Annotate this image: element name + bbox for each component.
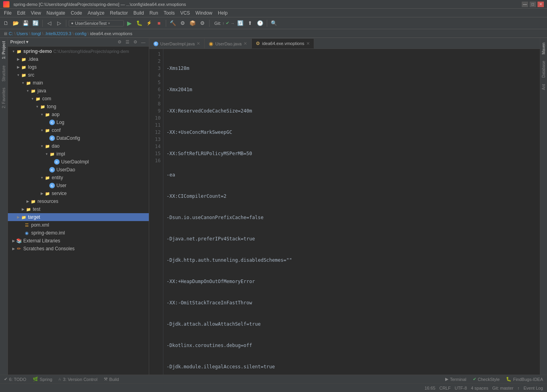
menu-code[interactable]: Code — [68, 9, 84, 17]
tree-item-pom[interactable]: ☰ pom.xml — [8, 221, 149, 229]
toolbar-ant[interactable]: 🔨 — [169, 19, 177, 28]
menu-run[interactable]: Run — [147, 9, 161, 17]
run-config-selector[interactable]: ● UserServiceTest ▾ — [69, 20, 124, 26]
tree-item-java[interactable]: ▾ 📁 java — [8, 87, 149, 95]
code-line-4: -XX:+UseConcMarkSweepGC — [167, 129, 537, 136]
tree-item-conf[interactable]: ▾ 📁 conf — [8, 126, 149, 134]
menu-edit[interactable]: Edit — [15, 9, 28, 17]
breadcrumb-user[interactable]: tongl — [32, 31, 41, 36]
breadcrumb-config[interactable]: config — [75, 31, 86, 36]
tree-item-test[interactable]: ▶ 📁 test — [8, 205, 149, 213]
status-line-ending[interactable]: CRLF — [439, 386, 451, 390]
toolbar-new-file[interactable]: 🗋 — [2, 19, 10, 28]
ant-panel-btn[interactable]: Ant — [541, 81, 547, 93]
toolbar-sdk[interactable]: 📦 — [188, 19, 197, 28]
tab-close-UserDaoImpl[interactable]: ✕ — [197, 41, 200, 46]
tab-UserDao[interactable]: ◉ UserDao.java ✕ — [204, 38, 251, 49]
database-panel-btn[interactable]: Database — [541, 58, 547, 81]
sidebar-icon-settings[interactable]: ⚙ — [132, 39, 139, 45]
menu-help[interactable]: Help — [215, 9, 230, 17]
tree-item-idea[interactable]: ▶ 📁 .idea — [8, 55, 149, 63]
toolbar-save-all[interactable]: 💾 — [21, 19, 30, 28]
tab-close-UserDao[interactable]: ✕ — [244, 41, 247, 46]
favorites-tab[interactable]: 2: Favorites — [0, 84, 7, 111]
findbugs-tab[interactable]: 🐛 FindBugs-IDEA — [504, 377, 545, 382]
close-button[interactable]: ✕ — [538, 2, 544, 7]
tab-close-idea64[interactable]: ✕ — [306, 41, 310, 46]
build-tab[interactable]: ⚒ Build — [102, 377, 120, 382]
status-position[interactable]: 16:65 — [425, 386, 436, 390]
editor-code[interactable]: -Xms128m -Xmx2041m -XX:ReservedCodeCache… — [163, 49, 540, 375]
tree-item-main[interactable]: ▾ 📁 main — [8, 79, 149, 87]
tree-item-service[interactable]: ▶ 📁 service — [8, 189, 149, 197]
tree-label-logs: logs — [28, 64, 37, 70]
tree-item-src[interactable]: ▾ 📁 src — [8, 71, 149, 79]
status-encoding[interactable]: UTF-8 — [455, 386, 467, 390]
tree-item-iml[interactable]: ◉ spring-demo.iml — [8, 229, 149, 237]
tree-item-dao[interactable]: ▾ 📁 dao — [8, 142, 149, 150]
tree-item-target[interactable]: ▶ 📁 target — [8, 213, 149, 221]
tree-item-UserDaoImpl[interactable]: C UserDaoImpl — [8, 158, 149, 166]
project-tab[interactable]: 1: Project — [0, 38, 7, 62]
checkstyle-tab[interactable]: ✔ CheckStyle — [471, 377, 502, 382]
run-button[interactable]: ▶ — [125, 19, 134, 28]
vcs-tab[interactable]: ⑃ 3: Version Control — [57, 377, 99, 382]
tree-item-Log[interactable]: C Log — [8, 118, 149, 126]
tree-item-resources[interactable]: ▶ 📁 resources — [8, 197, 149, 205]
toolbar-build2[interactable]: ⚙ — [178, 19, 187, 28]
breadcrumb-users[interactable]: Users — [17, 31, 28, 36]
tab-idea64[interactable]: ⚙ idea64.exe.vmoptions ✕ — [251, 38, 314, 49]
toolbar-settings[interactable]: ⚙ — [198, 19, 207, 28]
tree-item-scratches[interactable]: ▶ ✏ Scratches and Consoles — [8, 245, 149, 253]
run-with-coverage[interactable]: ⚡ — [145, 19, 154, 28]
sidebar-icon-close[interactable]: — — [140, 39, 146, 45]
tree-item-ext-libs[interactable]: ▶ 📚 External Libraries — [8, 237, 149, 245]
tree-item-User[interactable]: C User — [8, 182, 149, 189]
status-indent[interactable]: 4 spaces — [471, 386, 488, 390]
tree-item-spring-demo[interactable]: ▾ 📁 spring-demo C:\Users\tongl\IdeaProje… — [8, 47, 149, 55]
status-event-log[interactable]: Event Log — [523, 386, 543, 390]
title-bar-controls[interactable]: — □ ✕ — [522, 2, 544, 7]
tree-item-logs[interactable]: ▶ 📁 logs — [8, 63, 149, 71]
spring-tab[interactable]: 🌿 Spring — [31, 377, 54, 382]
status-git[interactable]: Git: master — [492, 386, 513, 390]
maximize-button[interactable]: □ — [530, 2, 536, 7]
terminal-tab[interactable]: ▶ Terminal — [444, 377, 468, 382]
toolbar-update[interactable]: 🔃 — [236, 19, 245, 28]
menu-file[interactable]: File — [2, 9, 14, 17]
sidebar-icon-cog[interactable]: ⚙ — [116, 39, 123, 45]
todo-tab[interactable]: ✔ 6: TODO — [2, 377, 28, 382]
debug-button[interactable]: 🐛 — [135, 19, 144, 28]
stop-button[interactable]: ■ — [155, 19, 163, 28]
tree-item-entity[interactable]: ▾ 📁 entity — [8, 174, 149, 182]
tab-UserDaoImpl[interactable]: C UserDaoImpl.java ✕ — [149, 38, 204, 49]
toolbar-refresh[interactable]: 🔄 — [31, 19, 40, 28]
toolbar-search[interactable]: 🔍 — [270, 19, 278, 28]
menu-build[interactable]: Build — [131, 9, 146, 17]
sidebar-icon-gear[interactable]: ☰ — [124, 39, 131, 45]
tree-item-UserDao[interactable]: C UserDao — [8, 166, 149, 174]
tree-item-aop[interactable]: ▾ 📁 aop — [8, 111, 149, 118]
breadcrumb-c[interactable]: C: — [9, 31, 13, 36]
menu-analyze[interactable]: Analyze — [85, 9, 107, 17]
breadcrumb-intellij[interactable]: .IntelliJ2019.3 — [45, 31, 71, 36]
menu-tools[interactable]: Tools — [161, 9, 177, 17]
tree-item-impl[interactable]: ▾ 📁 impl — [8, 150, 149, 158]
minimize-button[interactable]: — — [522, 2, 528, 7]
toolbar-push[interactable]: ⬆ — [246, 19, 255, 28]
toolbar-history[interactable]: 🕐 — [256, 19, 264, 28]
tree-item-DataConfig[interactable]: C DataConfig — [8, 134, 149, 142]
structure-tab[interactable]: Structure — [0, 62, 7, 85]
status-git-push-icon[interactable]: ↑ — [517, 386, 520, 390]
toolbar-open[interactable]: 📂 — [11, 19, 20, 28]
tree-item-tong[interactable]: ▾ 📁 tong — [8, 103, 149, 111]
menu-window[interactable]: Window — [193, 9, 215, 17]
tree-item-com[interactable]: ▾ 📁 com — [8, 95, 149, 103]
toolbar-back[interactable]: ◁ — [45, 19, 54, 28]
menu-navigate[interactable]: Navigate — [44, 9, 67, 17]
maven-panel-btn[interactable]: Maven — [541, 39, 547, 58]
toolbar-forward[interactable]: ▷ — [55, 19, 64, 28]
menu-vcs[interactable]: VCS — [178, 9, 193, 17]
menu-refactor[interactable]: Refactor — [108, 9, 130, 17]
menu-view[interactable]: View — [28, 9, 43, 17]
